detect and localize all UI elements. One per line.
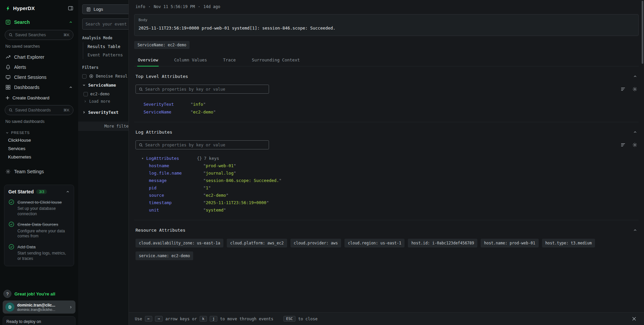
event-detail-drawer: info · Nov 11 5:56:19 PM · 14d ago Body … (128, 0, 644, 325)
attribute-key[interactable]: LogAttributes (146, 155, 197, 162)
presets-toggle[interactable]: PRESETS (0, 127, 78, 136)
team-settings[interactable]: Team Settings (0, 167, 78, 177)
sidebar-item-client-sessions[interactable]: Client Sessions (0, 72, 78, 82)
tab-overview[interactable]: Overview (137, 54, 159, 66)
attribute-value[interactable]: info (191, 100, 206, 108)
attribute-row: SeverityText info (136, 100, 637, 108)
object-meta: {}7 keys (197, 155, 219, 162)
sidebar-item-alerts[interactable]: Alerts (0, 62, 78, 72)
get-started-header[interactable]: Get Started 3/3 (8, 189, 70, 194)
service-name-tag[interactable]: ServiceName: ec2-demo (134, 41, 190, 49)
attribute-key[interactable]: ServiceName (136, 108, 191, 116)
user-name: dominic.tran@clic... (17, 303, 66, 308)
attribute-value[interactable]: ec2-demo (203, 192, 228, 199)
sidebar-header: HyperDX (0, 0, 78, 17)
tab-trace[interactable]: Trace (222, 54, 236, 66)
no-saved-searches-note: No saved searches (0, 41, 78, 52)
sidebar-item-search[interactable]: Search (0, 17, 78, 27)
attribute-key[interactable]: message (149, 177, 203, 184)
resource-tag[interactable]: host.id: i-0abc123def456789 (408, 239, 477, 247)
denoise-checkbox[interactable] (82, 74, 87, 79)
saved-dashboards-input[interactable]: ⌘K (5, 105, 73, 115)
resource-tag[interactable]: cloud.provider: aws (290, 239, 341, 247)
body-label: Body (139, 18, 634, 22)
saved-searches-field[interactable] (15, 33, 61, 37)
section-top-level-attributes: Top Level Attributes (134, 66, 639, 122)
sidebar-item-dashboards[interactable]: Dashboards (0, 82, 78, 92)
property-search-input[interactable] (145, 87, 266, 92)
tab-column-values[interactable]: Column Values (173, 54, 208, 66)
property-search-box[interactable] (136, 140, 269, 149)
close-drawer-button[interactable] (630, 315, 638, 323)
body-text: 2025-11-11T23:56:19+0000 prod-web-01 sys… (139, 26, 634, 31)
attribute-row: message session-846.scope: Succeeded. (136, 177, 637, 184)
attribute-key[interactable]: source (149, 192, 203, 199)
section-title: Top Level Attributes (136, 74, 633, 79)
chevron-down-icon (82, 83, 86, 87)
attribute-value[interactable]: 2025-11-11T23:56:19+0000 (203, 199, 269, 206)
expand-rows-icon[interactable] (621, 87, 626, 92)
resource-tag[interactable]: host.name: prod-web-01 (481, 239, 538, 247)
attribute-value[interactable]: prod-web-01 (203, 162, 236, 170)
attribute-value[interactable]: session-846.scope: Succeeded. (203, 177, 281, 184)
chevron-up-icon (69, 85, 73, 89)
chevron-up-icon[interactable] (633, 228, 637, 232)
attribute-key[interactable]: hostname (149, 162, 203, 170)
saved-dashboards-field[interactable] (15, 108, 61, 112)
get-started-step-add-data[interactable]: Add Data Start sending logs, metrics, or… (8, 244, 70, 261)
resource-tag[interactable]: cloud.platform: aws_ec2 (227, 239, 287, 247)
get-started-step-sources[interactable]: Create Data Sources Configure where your… (8, 221, 70, 239)
attribute-key[interactable]: SeverityText (136, 100, 191, 108)
team-settings-label: Team Settings (14, 169, 44, 174)
preset-services[interactable]: Services (0, 144, 78, 153)
attribute-value[interactable]: journal.log (203, 170, 236, 177)
attribute-key[interactable]: timestamp (149, 199, 203, 206)
log-attributes-root-toggle[interactable]: ▾ LogAttributes {}7 keys (136, 155, 637, 162)
attribute-row: source ec2-demo (136, 192, 637, 199)
create-dashboard-button[interactable]: Create Dashboard (0, 92, 78, 102)
sidebar-item-chart-explorer[interactable]: Chart Explorer (0, 52, 78, 62)
attribute-key[interactable]: unit (149, 206, 203, 214)
attribute-key[interactable]: log.file.name (149, 170, 203, 177)
resource-tag[interactable]: service.name: ec2-demo (136, 251, 193, 260)
saved-searches-input[interactable]: ⌘K (5, 30, 73, 40)
chevron-up-icon[interactable] (633, 74, 637, 79)
step-title: Create Data Sources (17, 222, 58, 227)
expand-rows-icon[interactable] (621, 142, 626, 147)
property-search-box[interactable] (136, 85, 269, 94)
help-button[interactable]: ? (3, 290, 11, 298)
get-started-step-connect[interactable]: Connect to ClickHouse Set up your databa… (8, 199, 70, 217)
get-started-card: Get Started 3/3 Connect to ClickHouse Se… (4, 185, 74, 266)
facet-title: ServiceName (88, 83, 116, 88)
resource-tag[interactable]: cloud.availability_zone: us-east-1a (136, 239, 223, 247)
gear-icon[interactable] (632, 142, 637, 147)
chevron-up-icon[interactable] (633, 130, 637, 134)
sidebar-collapse-icon[interactable] (68, 5, 73, 11)
plus-icon (5, 96, 10, 100)
attribute-value[interactable]: 1 (203, 184, 211, 192)
deploy-banner[interactable]: Ready to deploy on (3, 316, 75, 325)
app-logo[interactable]: HyperDX (5, 5, 35, 11)
arrow-left-key: ← (145, 316, 153, 322)
avatar: D (5, 303, 14, 312)
attribute-key[interactable]: pid (149, 184, 203, 192)
gear-icon[interactable] (632, 87, 637, 92)
preset-clickhouse[interactable]: ClickHouse (0, 136, 78, 144)
property-search-input[interactable] (145, 143, 266, 147)
ec2-demo-checkbox[interactable] (84, 92, 88, 96)
cmd-k-shortcut: ⌘K (63, 33, 69, 37)
congrats-text: Great job! You're all (14, 291, 55, 296)
drawer-scrollbar[interactable] (642, 1, 643, 64)
attribute-value[interactable]: systemd (203, 206, 226, 214)
preset-kubernetes[interactable]: Kubernetes (0, 153, 78, 161)
resource-tag[interactable]: host.type: t3.medium (542, 239, 595, 247)
drawer-content: info · Nov 11 5:56:19 PM · 14d ago Body … (129, 0, 644, 312)
j-key: j (210, 316, 217, 322)
section-title: Resource Attributes (136, 228, 633, 233)
attribute-value[interactable]: ec2-demo (191, 108, 216, 116)
resource-tag[interactable]: cloud.region: us-east-1 (344, 239, 405, 247)
sidebar-item-label: Chart Explorer (14, 54, 44, 60)
user-menu[interactable]: D dominic.tran@clic... dominic.tran@clic… (3, 300, 75, 314)
tab-surrounding-context[interactable]: Surrounding Context (251, 54, 301, 66)
chevron-right-icon (69, 305, 73, 309)
